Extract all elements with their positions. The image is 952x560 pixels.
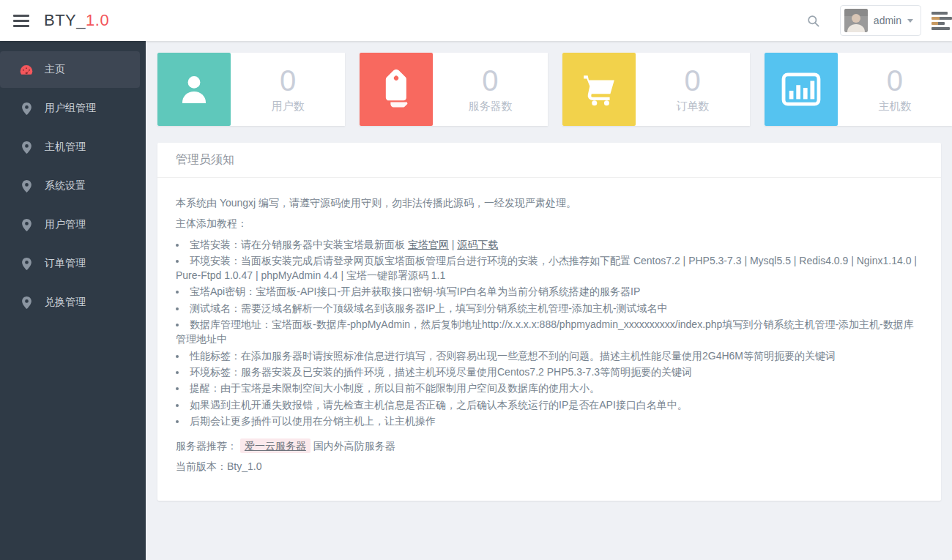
link-separator: | — [449, 239, 457, 250]
user-icon — [157, 53, 231, 126]
sidebar-item-label: 订单管理 — [45, 257, 86, 270]
stat-card-body: 0 主机数 — [838, 53, 952, 126]
chevron-down-icon — [907, 19, 913, 23]
list-item: 宝塔Api密钥：宝塔面板-API接口-开启并获取接口密钥-填写IP白名单为当前分… — [176, 284, 923, 299]
stat-card-orders[interactable]: 0 订单数 — [562, 53, 750, 126]
list-item: 测试域名：需要泛域名解析一个顶级域名到该服务器IP上，填写到分销系统主机管理-添… — [176, 301, 923, 316]
pin-icon — [20, 258, 33, 270]
logo-suffix: 1.0 — [86, 11, 109, 29]
sidebar-item-users[interactable]: 用户管理 — [0, 206, 140, 243]
version-label: 当前版本： — [176, 460, 227, 472]
logo-prefix: BTY_ — [44, 11, 86, 29]
sidebar-item-label: 系统设置 — [45, 179, 86, 193]
panel-title: 管理员须知 — [157, 143, 941, 178]
stats-bars-icon[interactable] — [931, 12, 952, 30]
stat-card-body: 0 用户数 — [231, 53, 345, 126]
panel-body: 本系统由 Youngxj 编写，请遵守源码使用守则，勿非法传播此源码，一经发现严… — [157, 178, 941, 501]
sidebar-item-home[interactable]: 主页 — [0, 51, 140, 88]
stat-value: 0 — [887, 66, 903, 95]
sidebar-item-label: 兑换管理 — [45, 296, 86, 309]
list-item: 环境标签：服务器安装及已安装的插件环境，描述主机环境尽量使用Centos7.2 … — [176, 365, 923, 379]
menu-toggle-icon[interactable] — [7, 7, 35, 34]
server-recommend-row: 服务器推荐： 爱一云服务器 国内外高防服务器 — [176, 438, 923, 453]
baota-official-link[interactable]: 宝塔官网 — [408, 239, 449, 250]
username: admin — [874, 15, 901, 26]
stat-card-body: 0 服务器数 — [433, 53, 547, 126]
stat-card-body: 0 订单数 — [636, 53, 750, 126]
pin-icon — [20, 102, 33, 115]
sidebar-item-label: 主机管理 — [45, 141, 86, 154]
aiyun-server-link[interactable]: 爱一云服务器 — [240, 438, 310, 453]
list-item: 环境安装：当面板安装完成后请登录网页版宝塔面板管理后台进行环境的安装，小杰推荐如… — [176, 253, 923, 283]
tutorial-heading: 主体添加教程： — [176, 216, 923, 231]
sidebar-item-user-groups[interactable]: 用户组管理 — [0, 90, 140, 127]
list-item: 如果遇到主机开通失败报错，请先检查主机信息是否正确，之后确认本系统运行的IP是否… — [176, 397, 923, 412]
tags-icon — [360, 53, 433, 126]
search-icon[interactable] — [799, 6, 828, 35]
version-row: 当前版本：Bty_1.0 — [176, 459, 923, 474]
version-value: Bty_1.0 — [227, 460, 261, 472]
list-item: 后期会让更多插件可以使用在分销主机上，让主机操作 — [176, 414, 923, 428]
stat-value: 0 — [482, 66, 498, 95]
notice-panel: 管理员须知 本系统由 Youngxj 编写，请遵守源码使用守则，勿非法传播此源码… — [157, 143, 941, 501]
user-menu[interactable]: admin — [840, 5, 921, 36]
sidebar-item-label: 主页 — [45, 63, 65, 76]
server-recommend-label: 服务器推荐： — [176, 440, 237, 452]
server-recommend-rest: 国内外高防服务器 — [313, 440, 395, 452]
stat-value: 0 — [280, 66, 296, 95]
stat-label: 服务器数 — [468, 100, 512, 113]
source-download-link[interactable]: 源码下载 — [457, 239, 498, 250]
list-item: 提醒：由于宝塔是未限制空间大小制度，所以目前不能限制用户空间及数据库的使用大小。 — [176, 381, 923, 395]
bar-chart-icon — [765, 53, 838, 126]
sidebar-item-redeem[interactable]: 兑换管理 — [0, 284, 140, 321]
pin-icon — [20, 219, 33, 231]
list-item-text: 宝塔安装：请在分销服务器中安装宝塔最新面板 — [190, 239, 408, 250]
pin-icon — [20, 180, 33, 193]
app-logo[interactable]: BTY_1.0 — [44, 11, 109, 30]
stat-card-servers[interactable]: 0 服务器数 — [360, 53, 547, 126]
stat-card-users[interactable]: 0 用户数 — [157, 53, 345, 126]
list-item: 宝塔安装：请在分销服务器中安装宝塔最新面板 宝塔官网 | 源码下载 — [176, 237, 923, 252]
sidebar-item-label: 用户管理 — [45, 218, 86, 231]
stat-label: 主机数 — [878, 100, 911, 113]
sidebar-item-system-settings[interactable]: 系统设置 — [0, 168, 140, 204]
pin-icon — [20, 296, 33, 309]
stat-cards: 0 用户数 0 服务器数 — [157, 53, 952, 126]
avatar — [844, 9, 868, 32]
sidebar-item-orders[interactable]: 订单管理 — [0, 245, 140, 282]
stat-label: 用户数 — [272, 100, 305, 113]
stat-card-hosts[interactable]: 0 主机数 — [765, 53, 952, 126]
sidebar-item-hosts[interactable]: 主机管理 — [0, 129, 140, 165]
sidebar-item-label: 用户组管理 — [45, 102, 96, 115]
list-item: 数据库管理地址：宝塔面板-数据库-phpMyAdmin，然后复制地址http:/… — [176, 317, 923, 347]
tutorial-list: 宝塔安装：请在分销服务器中安装宝塔最新面板 宝塔官网 | 源码下载 环境安装：当… — [176, 237, 923, 429]
sidebar: 主页 用户组管理 主机管理 系统设置 用户管理 — [0, 41, 146, 560]
notice-intro: 本系统由 Youngxj 编写，请遵守源码使用守则，勿非法传播此源码，一经发现严… — [176, 195, 923, 210]
dashboard-icon — [20, 64, 33, 75]
topbar: BTY_1.0 admin — [0, 0, 952, 41]
cart-icon — [562, 53, 636, 126]
list-item: 性能标签：在添加服务器时请按照标准信息进行填写，否则容易出现一些意想不到的问题。… — [176, 348, 923, 363]
stat-label: 订单数 — [676, 100, 709, 113]
main-content: 0 用户数 0 服务器数 — [146, 41, 952, 560]
topbar-right: admin — [799, 5, 952, 36]
stat-value: 0 — [685, 66, 701, 95]
pin-icon — [20, 141, 33, 154]
